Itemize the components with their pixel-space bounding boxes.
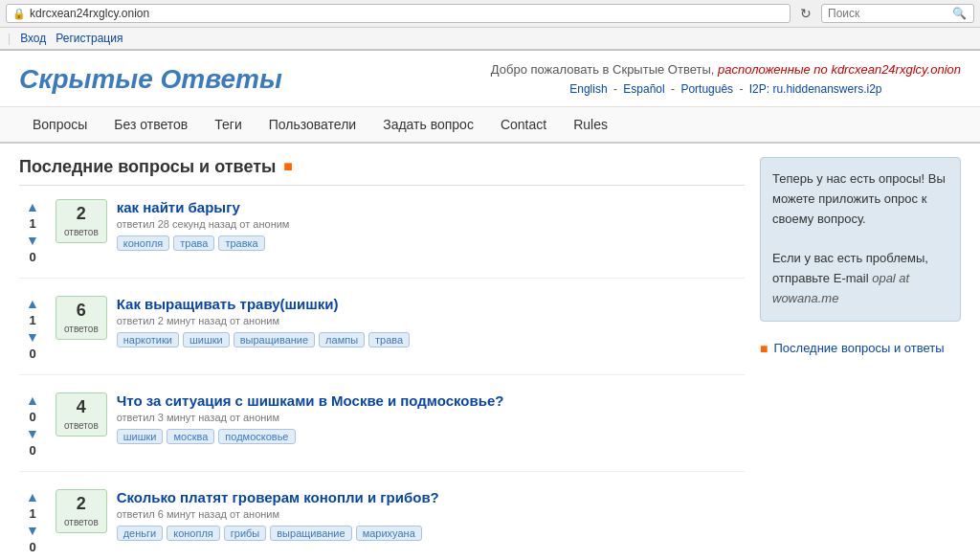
vote-down-button[interactable]: ▼ <box>26 233 39 248</box>
tag[interactable]: трава <box>173 235 214 251</box>
browser-search-button[interactable]: 🔍 <box>952 7 967 20</box>
question-title[interactable]: Сколько платят гроверам конопли и грибов… <box>117 489 439 505</box>
nav-register-link[interactable]: Регистрация <box>56 32 122 45</box>
tag[interactable]: грибы <box>224 526 266 541</box>
question-body: Что за ситуация с шишками в Москве и под… <box>117 392 745 444</box>
nav-ask[interactable]: Задать вопрос <box>369 107 487 142</box>
lang-sep-1: - <box>613 82 620 96</box>
tag[interactable]: лампы <box>319 332 365 347</box>
browser-nav: | Вход Регистрация <box>0 28 980 50</box>
vote-down-button[interactable]: ▼ <box>26 426 39 441</box>
site-nav: Вопросы Без ответов Теги Пользователи За… <box>0 107 980 144</box>
vote-box: ▲ 0 ▼ 0 <box>19 392 46 458</box>
url-bar[interactable]: 🔒 kdrcxean24rxglcy.onion <box>6 4 791 23</box>
section-title: Последние вопросы и ответы ■ <box>19 157 745 186</box>
sidebar-poll-text-1: Теперь у нас есть опросы! Вы можете прил… <box>772 169 948 229</box>
question-meta: ответил 3 минут назад от аноним <box>117 412 745 423</box>
lang-portugues[interactable]: Português <box>680 82 733 96</box>
browser-toolbar: 🔒 kdrcxean24rxglcy.onion ↻ 🔍 <box>0 0 980 28</box>
url-text: kdrcxean24rxglcy.onion <box>30 7 784 20</box>
vote-box: ▲ 1 ▼ 0 <box>19 489 46 554</box>
tags-list: деньгиконоплягрибывыращиваниемарихуана <box>117 526 745 541</box>
answer-label: ответов <box>64 324 99 334</box>
vote-up-count: 1 <box>29 216 35 231</box>
vote-up-count: 1 <box>29 506 35 521</box>
tag[interactable]: наркотики <box>117 332 179 347</box>
nav-rules[interactable]: Rules <box>560 107 621 142</box>
vote-down-count: 0 <box>29 347 35 361</box>
vote-down-button[interactable]: ▼ <box>26 523 39 538</box>
vote-up-button[interactable]: ▲ <box>26 489 39 504</box>
nav-contact[interactable]: Contact <box>487 107 560 142</box>
answer-count-box: 2 ответов <box>56 199 107 243</box>
question-body: как найти барыгу ответил 28 секунд назад… <box>117 199 745 251</box>
nav-unanswered[interactable]: Без ответов <box>100 107 201 142</box>
sidebar-rss-label: Последние вопросы и ответы <box>773 341 944 355</box>
vote-down-button[interactable]: ▼ <box>26 329 39 345</box>
question-item: ▲ 1 ▼ 0 2 ответов как найти барыгу ответ… <box>19 199 745 279</box>
questions-list: ▲ 1 ▼ 0 2 ответов как найти барыгу ответ… <box>19 199 745 560</box>
browser-search-input[interactable] <box>828 7 952 20</box>
vote-up-count: 0 <box>29 410 35 424</box>
question-meta: ответил 28 секунд назад от аноним <box>117 218 745 230</box>
vote-up-button[interactable]: ▲ <box>26 296 39 311</box>
nav-questions[interactable]: Вопросы <box>19 107 100 142</box>
tag[interactable]: шишки <box>183 332 230 347</box>
answer-number: 2 <box>64 204 99 224</box>
tags-list: наркотикишишкивыращиваниелампытрава <box>117 332 745 347</box>
sidebar-poll-text-2: Если у вас есть проблемы, отправьте E-ma… <box>772 249 948 308</box>
site-header-right: Добро пожаловать в Скрытые Ответы, распо… <box>491 60 961 99</box>
rss-icon: ■ <box>283 158 293 175</box>
tag[interactable]: деньги <box>117 526 164 541</box>
welcome-link: расположенные по kdrcxean24rxglcy.onion <box>718 62 961 77</box>
question-title[interactable]: Что за ситуация с шишками в Москве и под… <box>117 392 504 409</box>
vote-down-count: 0 <box>29 540 35 554</box>
sidebar: Теперь у нас есть опросы! Вы можете прил… <box>760 157 961 560</box>
sidebar-rss-link[interactable]: ■ Последние вопросы и ответы <box>760 341 961 356</box>
tag[interactable]: выращивание <box>234 332 315 347</box>
question-meta: ответил 2 минут назад от аноним <box>117 315 745 326</box>
vote-up-button[interactable]: ▲ <box>26 392 39 408</box>
main-left: Последние вопросы и ответы ■ ▲ 1 ▼ 0 2 о… <box>19 157 745 560</box>
nav-users[interactable]: Пользователи <box>256 107 369 142</box>
tags-list: коноплятраватравка <box>117 235 745 251</box>
tag[interactable]: конопля <box>117 235 170 251</box>
tag[interactable]: москва <box>167 429 214 444</box>
answer-count-box: 6 ответов <box>56 296 107 340</box>
tags-list: шишкимоскваподмосковье <box>117 429 745 444</box>
tag[interactable]: подмосковье <box>218 429 295 444</box>
vote-up-count: 1 <box>29 313 35 327</box>
tag[interactable]: конопля <box>167 526 220 541</box>
nav-separator-left: | <box>8 32 11 45</box>
lang-espanol[interactable]: Español <box>623 82 664 96</box>
nav-login-link[interactable]: Вход <box>20 32 46 45</box>
question-item: ▲ 1 ▼ 0 2 ответов Сколько платят гровера… <box>19 489 745 560</box>
vote-box: ▲ 1 ▼ 0 <box>19 296 46 361</box>
answer-count-box: 2 ответов <box>56 489 107 533</box>
lang-i2p[interactable]: I2P: ru.hiddenanswers.i2p <box>749 82 882 96</box>
reload-button[interactable]: ↻ <box>796 6 815 21</box>
answer-label: ответов <box>64 517 99 527</box>
lang-sep-3: - <box>739 82 746 96</box>
sidebar-poll-box: Теперь у нас есть опросы! Вы можете прил… <box>760 157 961 322</box>
question-item: ▲ 1 ▼ 0 6 ответов Как выращивать траву(ш… <box>19 296 745 375</box>
question-body: Как выращивать траву(шишки) ответил 2 ми… <box>117 296 745 347</box>
site-logo: Скрытые Ответы <box>19 64 282 95</box>
tag[interactable]: марихуана <box>356 526 422 541</box>
nav-tags[interactable]: Теги <box>201 107 255 142</box>
lang-sep-2: - <box>671 82 678 96</box>
page-wrapper: Скрытые Ответы Добро пожаловать в Скрыты… <box>0 51 980 560</box>
answer-number: 4 <box>64 397 99 417</box>
browser-search-bar: 🔍 <box>821 4 974 23</box>
vote-down-count: 0 <box>29 250 35 264</box>
lang-english[interactable]: English <box>569 82 607 96</box>
tag[interactable]: шишки <box>117 429 164 444</box>
browser-chrome: 🔒 kdrcxean24rxglcy.onion ↻ 🔍 | Вход Реги… <box>0 0 980 51</box>
tag[interactable]: выращивание <box>270 526 351 541</box>
question-title[interactable]: Как выращивать траву(шишки) <box>117 296 339 312</box>
vote-up-button[interactable]: ▲ <box>26 199 39 214</box>
question-title[interactable]: как найти барыгу <box>117 199 240 215</box>
tag[interactable]: трава <box>368 332 410 347</box>
tag[interactable]: травка <box>218 235 264 251</box>
answer-number: 6 <box>64 301 99 321</box>
